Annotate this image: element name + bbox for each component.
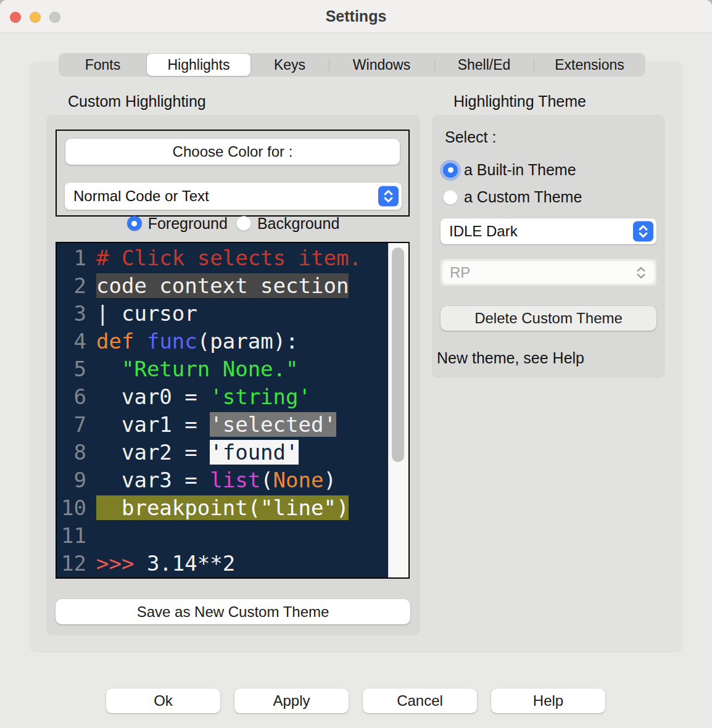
line-code: var2 = 'found' xyxy=(90,439,299,466)
code-segment-break: breakpoint("line") xyxy=(96,495,349,520)
radio-icon[interactable] xyxy=(443,190,458,205)
choose-color-label: Choose Color for : xyxy=(173,143,293,160)
highlight-preview: 1# Click selects item.2code context sect… xyxy=(56,242,410,579)
line-code: # Click selects item. xyxy=(90,244,362,272)
code-segment-string: "Return None." xyxy=(96,357,299,381)
line-number: 1 xyxy=(57,244,90,272)
preview-line-4[interactable]: 4def func(param): xyxy=(57,328,388,355)
line-number: 7 xyxy=(57,411,90,439)
chevron-up-down-icon xyxy=(378,186,399,207)
code-segment-normal: ) xyxy=(324,468,336,492)
tab-highlights[interactable]: Highlights xyxy=(147,54,250,76)
help-button[interactable]: Help xyxy=(491,689,605,713)
line-number: 11 xyxy=(57,522,90,550)
line-number: 10 xyxy=(57,494,90,522)
choose-color-button[interactable]: Choose Color for : xyxy=(65,139,400,165)
highlighting-theme-title: Highlighting Theme xyxy=(453,93,586,110)
chevron-up-down-icon xyxy=(635,264,647,281)
settings-window: Settings Custom Highlighting Highlightin… xyxy=(0,0,712,728)
save-custom-theme-label: Save as New Custom Theme xyxy=(137,603,329,621)
highlight-target-value: Normal Code or Text xyxy=(73,188,209,205)
line-number: 8 xyxy=(57,439,90,466)
theme-select-label: Select : xyxy=(445,128,496,146)
radio-label: a Built-in Theme xyxy=(464,161,576,179)
tab-shell-ed[interactable]: Shell/Ed xyxy=(434,53,534,77)
line-code: code context section xyxy=(90,272,349,300)
tab-bar: FontsHighlightsKeysWindowsShell/EdExtens… xyxy=(59,53,645,77)
delete-custom-theme-button[interactable]: Delete Custom Theme xyxy=(441,306,656,331)
radio-icon[interactable] xyxy=(127,216,142,231)
code-segment-normal: ( xyxy=(260,468,273,492)
code-segment-normal: var1 = xyxy=(96,412,210,437)
apply-button[interactable]: Apply xyxy=(234,689,349,713)
choose-color-group: Choose Color for : Normal Code or Text xyxy=(56,130,410,217)
code-segment-comment: # Click selects item. xyxy=(96,246,362,270)
code-segment-cursor: | xyxy=(96,301,109,326)
code-segment-normal: 3.14**2 xyxy=(134,551,235,576)
cancel-button[interactable]: Cancel xyxy=(363,689,477,713)
scrollbar-thumb[interactable] xyxy=(392,247,404,462)
tab-windows[interactable]: Windows xyxy=(329,53,434,77)
code-segment-found: 'found' xyxy=(210,440,298,465)
radio-background[interactable]: Background xyxy=(236,215,339,233)
preview-line-7[interactable]: 7 var1 = 'selected' xyxy=(57,411,388,439)
preview-line-2[interactable]: 2code context section xyxy=(57,272,388,300)
code-segment-normal: var3 = xyxy=(96,468,210,492)
radio-label: Background xyxy=(257,215,339,233)
preview-line-8[interactable]: 8 var2 = 'found' xyxy=(57,439,388,466)
code-segment-prompt: >>> xyxy=(96,551,134,576)
highlight-target-select[interactable]: Normal Code or Text xyxy=(65,183,402,210)
preview-line-5[interactable]: 5 "Return None." xyxy=(57,355,388,383)
save-custom-theme-button[interactable]: Save as New Custom Theme xyxy=(56,599,410,624)
radio-icon[interactable] xyxy=(443,163,458,178)
radio-a-built-in-theme[interactable]: a Built-in Theme xyxy=(443,161,576,179)
code-segment-definition: func xyxy=(147,329,197,354)
preview-line-10[interactable]: 10 breakpoint("line") xyxy=(57,494,388,522)
code-segment-normal: (param): xyxy=(197,329,299,354)
line-number: 4 xyxy=(57,328,90,355)
radio-foreground[interactable]: Foreground xyxy=(127,215,228,233)
code-segment-builtin: list xyxy=(210,468,260,492)
tab-keys[interactable]: Keys xyxy=(250,53,329,77)
line-number: 3 xyxy=(57,300,90,328)
preview-code-pane: 1# Click selects item.2code context sect… xyxy=(57,243,388,577)
window-title: Settings xyxy=(0,0,712,33)
line-code: >>> 3.14**2 xyxy=(90,550,235,577)
line-code: "Return None." xyxy=(90,355,299,383)
delete-custom-theme-label: Delete Custom Theme xyxy=(474,310,623,327)
code-segment-context: code context section xyxy=(96,273,349,298)
plane-radio-group: ForegroundBackground xyxy=(46,212,420,234)
custom-highlighting-card: Choose Color for : Normal Code or Text F… xyxy=(46,115,420,635)
radio-icon[interactable] xyxy=(236,216,251,231)
code-segment-keyword: None xyxy=(273,468,324,492)
line-code: var3 = list(None) xyxy=(90,466,336,494)
preview-scrollbar[interactable] xyxy=(388,243,408,577)
preview-line-1[interactable]: 1# Click selects item. xyxy=(57,244,388,272)
custom-highlighting-title: Custom Highlighting xyxy=(68,93,206,110)
line-code: | cursor xyxy=(90,300,197,328)
preview-line-12[interactable]: 12>>> 3.14**2 xyxy=(57,550,388,577)
builtin-theme-value: IDLE Dark xyxy=(449,223,518,240)
line-code xyxy=(90,522,96,550)
code-segment-selected: 'selected' xyxy=(210,412,336,437)
preview-line-9[interactable]: 9 var3 = list(None) xyxy=(57,466,388,494)
custom-theme-select[interactable]: RP xyxy=(441,259,656,286)
tab-fonts[interactable]: Fonts xyxy=(59,53,147,77)
builtin-theme-select[interactable]: IDLE Dark xyxy=(441,218,656,244)
radio-a-custom-theme[interactable]: a Custom Theme xyxy=(443,188,582,206)
custom-theme-value: RP xyxy=(450,264,470,281)
title-bar: Settings xyxy=(0,0,712,33)
ok-button[interactable]: Ok xyxy=(106,689,220,713)
tab-extensions[interactable]: Extensions xyxy=(534,53,645,77)
preview-line-3[interactable]: 3| cursor xyxy=(57,300,388,328)
preview-line-6[interactable]: 6 var0 = 'string' xyxy=(57,383,388,411)
line-number: 2 xyxy=(57,272,90,300)
chevron-up-down-icon xyxy=(633,221,653,242)
line-code: breakpoint("line") xyxy=(90,494,349,522)
line-code: var0 = 'string' xyxy=(90,383,311,411)
settings-panel: Custom Highlighting Highlighting Theme C… xyxy=(30,62,682,653)
code-segment-normal: var2 = xyxy=(96,440,210,465)
code-segment-normal: cursor xyxy=(109,301,197,326)
radio-label: Foreground xyxy=(148,215,228,233)
preview-line-11[interactable]: 11 xyxy=(57,522,388,550)
